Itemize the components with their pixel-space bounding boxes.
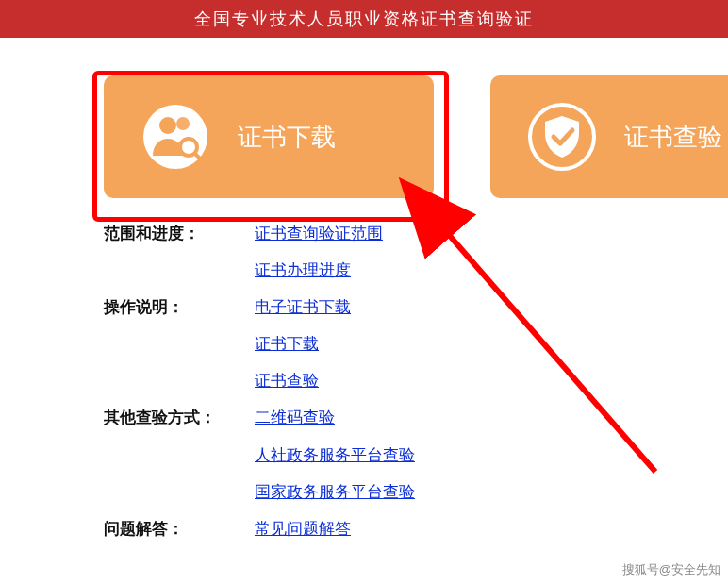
section-links: 证书查询验证范围证书办理进度	[255, 215, 383, 289]
shield-check-icon	[528, 103, 596, 171]
section-label: 问题解答：	[104, 510, 255, 547]
content-link[interactable]: 二维码查验	[255, 399, 415, 436]
card-verify-label: 证书查验	[624, 121, 722, 154]
section-links: 常见问题解答	[255, 510, 351, 547]
section-label: 操作说明：	[104, 289, 255, 399]
page-header: 全国专业技术人员职业资格证书查询验证	[0, 0, 728, 38]
section-row: 其他查验方式：二维码查验人社政务服务平台查验国家政务服务平台查验	[104, 399, 728, 509]
section-row: 问题解答：常见问题解答	[104, 510, 728, 547]
content-link[interactable]: 电子证书下载	[255, 289, 351, 325]
content-link[interactable]: 国家政务服务平台查验	[255, 474, 415, 510]
content-link[interactable]: 证书查询验证范围	[255, 215, 383, 252]
card-verify[interactable]: 证书查验	[490, 75, 728, 198]
content-link[interactable]: 证书办理进度	[255, 252, 383, 289]
card-download[interactable]: 证书下载	[104, 75, 434, 198]
people-search-icon	[141, 103, 209, 171]
section-label: 范围和进度：	[104, 215, 255, 289]
section-row: 范围和进度：证书查询验证范围证书办理进度	[104, 215, 728, 289]
content-link[interactable]: 人社政务服务平台查验	[255, 437, 415, 474]
section-row: 操作说明：电子证书下载证书下载证书查验	[104, 289, 728, 399]
content-list: 范围和进度：证书查询验证范围证书办理进度操作说明：电子证书下载证书下载证书查验其…	[0, 198, 728, 547]
section-label: 其他查验方式：	[104, 399, 255, 509]
svg-point-2	[176, 117, 190, 130]
section-links: 电子证书下载证书下载证书查验	[255, 289, 351, 399]
section-links: 二维码查验人社政务服务平台查验国家政务服务平台查验	[255, 399, 415, 509]
cards-row: 证书下载 证书查验	[0, 38, 728, 198]
page-title: 全国专业技术人员职业资格证书查询验证	[194, 9, 534, 28]
content-link[interactable]: 证书查验	[255, 362, 351, 399]
watermark: 搜狐号@安全先知	[622, 561, 720, 578]
svg-point-0	[143, 105, 207, 169]
svg-point-1	[159, 117, 176, 134]
content-link[interactable]: 证书下载	[255, 325, 351, 362]
card-download-label: 证书下载	[238, 121, 336, 154]
content-link[interactable]: 常见问题解答	[255, 510, 351, 547]
